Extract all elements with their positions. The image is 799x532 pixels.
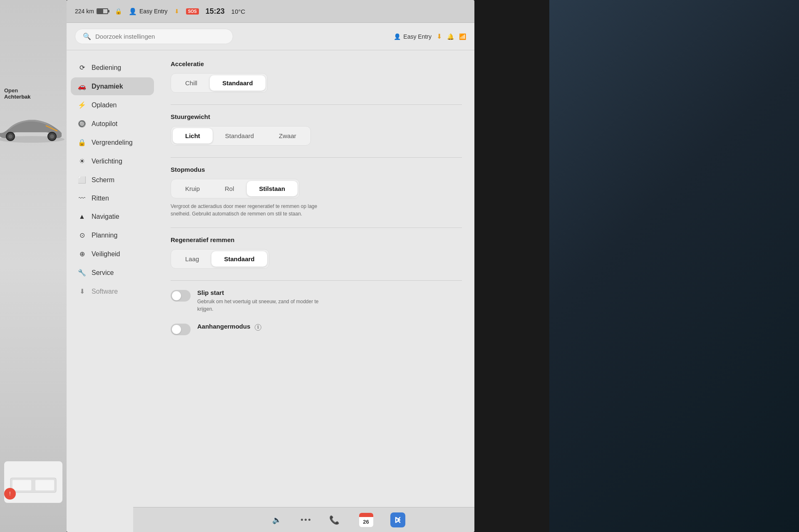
slip-start-toggle[interactable]	[171, 290, 191, 302]
calendar-taskbar-icon[interactable]: 26	[359, 513, 374, 527]
autopilot-icon: 🔘	[77, 120, 87, 128]
temperature-display: 10°C	[231, 8, 246, 15]
planning-icon: ⊙	[77, 231, 87, 239]
alert-badge: !	[4, 488, 16, 500]
stuurgewicht-standaard-button[interactable]: Standaard	[213, 128, 266, 144]
aanhangermodus-row: Aanhangermodus ℹ	[171, 323, 462, 335]
sidebar: ⟳ Bediening 🚗 Dynamiek ⚡ Opladen 🔘 Autop…	[67, 50, 158, 532]
taskbar: 🔈 📞 26	[133, 507, 474, 532]
search-icon: 🔍	[83, 32, 91, 40]
header-profile-area: 👤 Easy Entry ⬇ 🔔 📶	[394, 32, 466, 40]
profile-status: 👤 Easy Entry	[129, 7, 168, 15]
sidebar-item-opladen[interactable]: ⚡ Opladen	[71, 96, 154, 114]
sidebar-item-ritten[interactable]: 〰 Ritten	[71, 190, 154, 207]
sidebar-item-veiligheid[interactable]: ⊕ Veiligheid	[71, 245, 154, 263]
search-bar: 🔍 👤 Easy Entry ⬇ 🔔 📶	[67, 23, 474, 50]
stopmodus-title: Stopmodus	[171, 166, 462, 173]
aanhangermodus-title: Aanhangermodus ℹ	[197, 323, 462, 331]
acceleratie-standaard-button[interactable]: Standaard	[210, 75, 265, 91]
bediening-icon: ⟳	[77, 64, 87, 72]
slip-start-row: Slip start Gebruik om het voertuig uit s…	[171, 289, 462, 313]
regeneratief-group: Laag Standaard	[171, 249, 269, 269]
sidebar-item-navigatie[interactable]: ▲ Navigatie	[71, 208, 154, 225]
time-display: 15:23	[206, 7, 225, 16]
service-icon: 🔧	[77, 269, 87, 277]
sidebar-item-bediening[interactable]: ⟳ Bediening	[71, 59, 154, 77]
search-input[interactable]	[95, 33, 225, 40]
slip-start-desc: Gebruik om het voertuig uit sneeuw, zand…	[197, 298, 322, 313]
dots-indicator	[301, 519, 310, 521]
header-icon-2: 🔔	[447, 33, 454, 40]
profile-icon: 👤	[394, 33, 401, 40]
sidebar-item-service[interactable]: 🔧 Service	[71, 264, 154, 282]
main-content: ⟳ Bediening 🚗 Dynamiek ⚡ Opladen 🔘 Autop…	[67, 50, 474, 532]
scherm-icon: ⬜	[77, 176, 87, 184]
acceleratie-chill-button[interactable]: Chill	[173, 75, 210, 91]
sidebar-item-vergrendeling[interactable]: 🔒 Vergrendeling	[71, 134, 154, 151]
regeneratief-laag-button[interactable]: Laag	[173, 251, 211, 267]
ritten-icon: 〰	[77, 195, 87, 202]
stuurgewicht-zwaar-button[interactable]: Zwaar	[266, 128, 309, 144]
stuurgewicht-title: Stuurgewicht	[171, 113, 462, 120]
sidebar-item-scherm[interactable]: ⬜ Scherm	[71, 171, 154, 189]
download-status: ⬇	[174, 8, 179, 15]
opladen-icon: ⚡	[77, 101, 87, 109]
sos-button[interactable]: SOS	[186, 8, 199, 15]
veiligheid-icon: ⊕	[77, 250, 87, 258]
stopmodus-stilstaan-button[interactable]: Stilstaan	[247, 181, 298, 196]
main-screen: 224 km 🔒 👤 Easy Entry ⬇ SOS 15:23 10°C 🔍	[67, 0, 474, 532]
sidebar-item-software[interactable]: ⬇ Software	[71, 282, 154, 300]
regeneratief-title: Regeneratief remmen	[171, 236, 462, 243]
acceleratie-title: Acceleratie	[171, 60, 462, 67]
svg-rect-7	[12, 480, 31, 490]
stopmodus-rol-button[interactable]: Rol	[212, 181, 247, 196]
sidebar-item-dynamiek[interactable]: 🚗 Dynamiek	[71, 77, 154, 95]
header-download-icon: ⬇	[437, 32, 442, 40]
sidebar-item-verlichting[interactable]: ☀ Verlichting	[71, 152, 154, 170]
dynamiek-icon: 🚗	[77, 82, 87, 90]
slip-start-label-wrap: Slip start Gebruik om het voertuig uit s…	[197, 289, 462, 313]
lock-icon: 🔒	[115, 8, 122, 15]
sidebar-item-autopilot[interactable]: 🔘 Autopilot	[71, 115, 154, 133]
car-silhouette	[0, 108, 67, 147]
header-icon-3: 📶	[459, 33, 466, 40]
stopmodus-kruip-button[interactable]: Kruip	[173, 181, 212, 196]
svg-rect-8	[35, 480, 54, 490]
phone-taskbar-icon[interactable]: 📞	[327, 512, 342, 527]
acceleratie-group: Chill Standaard	[171, 73, 268, 93]
verlichting-icon: ☀	[77, 157, 87, 165]
lock-status: 🔒	[115, 8, 122, 15]
left-panel: Open Achterbak !	[0, 0, 67, 532]
slip-start-title: Slip start	[197, 289, 462, 296]
distance-indicator: 224 km	[75, 8, 108, 15]
svg-point-2	[8, 134, 12, 139]
navigatie-icon: ▲	[77, 213, 87, 220]
svg-point-4	[50, 134, 54, 139]
info-icon[interactable]: ℹ	[255, 324, 261, 331]
regeneratief-standaard-button[interactable]: Standaard	[211, 251, 267, 267]
sidebar-item-planning[interactable]: ⊙ Planning	[71, 226, 154, 244]
download-icon: ⬇	[174, 8, 179, 15]
stuurgewicht-licht-button[interactable]: Licht	[173, 128, 213, 144]
search-wrap[interactable]: 🔍	[75, 29, 233, 44]
aanhangermodus-label-wrap: Aanhangermodus ℹ	[197, 323, 462, 332]
person-icon: 👤	[129, 7, 137, 15]
stopmodus-description: Vergroot de actieradius door meer regene…	[171, 203, 337, 218]
open-trunk-button[interactable]: Open Achterbak	[4, 87, 31, 100]
speaker-taskbar-icon[interactable]: 🔈	[269, 512, 284, 527]
software-icon: ⬇	[77, 287, 87, 295]
bluetooth-taskbar-icon[interactable]	[390, 512, 405, 527]
settings-panel: Acceleratie Chill Standaard Stuurgewicht…	[158, 50, 474, 532]
stuurgewicht-group: Licht Standaard Zwaar	[171, 126, 311, 146]
stopmodus-group: Kruip Rol Stilstaan	[171, 179, 300, 198]
aanhangermodus-toggle[interactable]	[171, 324, 191, 335]
profile-indicator: 👤 Easy Entry	[394, 33, 432, 40]
status-bar: 224 km 🔒 👤 Easy Entry ⬇ SOS 15:23 10°C	[67, 0, 474, 23]
vergrendeling-icon: 🔒	[77, 139, 87, 146]
